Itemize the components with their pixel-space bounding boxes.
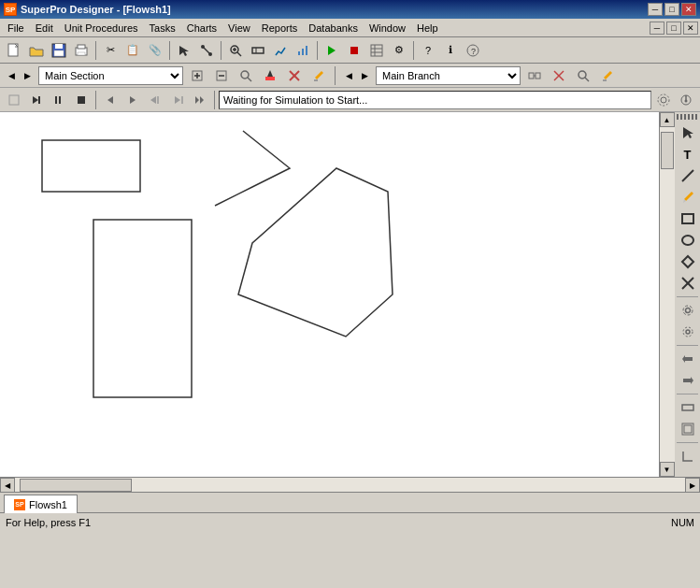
info-button[interactable]: ℹ — [440, 40, 461, 61]
section-next-button[interactable]: ▶ — [20, 67, 35, 84]
horizontal-scrollbar: ◀ ▶ — [0, 477, 700, 492]
sim-fwd-button[interactable] — [122, 90, 143, 110]
svg-rect-18 — [302, 49, 304, 55]
svg-rect-49 — [603, 79, 607, 81]
properties-button[interactable]: ⚙ — [389, 40, 409, 61]
zoom-in-button[interactable] — [225, 40, 246, 61]
section-pencil-button[interactable] — [308, 65, 329, 86]
sim-options-button[interactable] — [676, 90, 696, 110]
sim-fwd2-button[interactable] — [167, 90, 188, 110]
svg-marker-63 — [200, 96, 204, 104]
sim-step-button[interactable] — [26, 90, 47, 110]
gear-tool2[interactable] — [678, 322, 698, 342]
svg-point-64 — [661, 97, 666, 103]
canvas-area[interactable] — [0, 112, 659, 477]
menu-help[interactable]: Help — [411, 21, 444, 36]
copy-button[interactable]: 📋 — [122, 40, 143, 61]
scroll-right-button[interactable]: ▶ — [685, 478, 700, 493]
menu-file[interactable]: File — [2, 21, 30, 36]
new-button[interactable] — [4, 40, 24, 61]
ellipse-tool[interactable] — [678, 230, 698, 251]
branch-remove-button[interactable] — [549, 65, 569, 86]
close-button[interactable]: ✕ — [681, 3, 696, 16]
box-tool2[interactable] — [678, 419, 698, 439]
save-button[interactable] — [49, 40, 69, 61]
vertical-scrollbar: ▲ ▼ — [659, 112, 674, 477]
connect-button[interactable] — [196, 40, 217, 61]
section-remove-button[interactable] — [211, 65, 232, 86]
open-button[interactable] — [26, 40, 47, 61]
menu-view[interactable]: View — [222, 21, 256, 36]
menu-reports[interactable]: Reports — [256, 21, 304, 36]
branch-search-button[interactable] — [573, 65, 593, 86]
menu-tasks[interactable]: Tasks — [144, 21, 181, 36]
menu-window[interactable]: Window — [364, 21, 411, 36]
h-scroll-thumb[interactable] — [20, 479, 132, 492]
scroll-down-button[interactable]: ▼ — [660, 462, 675, 477]
section-add-button[interactable] — [187, 65, 207, 86]
tables-button[interactable] — [366, 40, 387, 61]
corner-tool[interactable] — [678, 446, 698, 466]
minimize-button[interactable]: ─ — [648, 3, 663, 16]
stop-button[interactable] — [344, 40, 364, 61]
inner-restore-button[interactable]: □ — [666, 22, 681, 35]
menu-databanks[interactable]: Databanks — [303, 21, 364, 36]
svg-marker-78 — [682, 256, 693, 267]
right-arrow-tool[interactable] — [678, 370, 698, 391]
about-button[interactable]: ? — [463, 40, 483, 61]
sim-reset-button[interactable] — [190, 90, 210, 110]
bar-chart-button[interactable] — [293, 40, 313, 61]
branch-next-button[interactable]: ▶ — [357, 67, 372, 84]
sim-separator1 — [95, 91, 96, 109]
svg-rect-41 — [529, 73, 534, 79]
section-delete-button[interactable] — [284, 65, 305, 86]
rect-tool[interactable] — [678, 208, 698, 229]
scroll-up-button[interactable]: ▲ — [660, 112, 675, 127]
section-prev-button[interactable]: ◀ — [4, 67, 19, 84]
line-tool[interactable] — [678, 165, 698, 186]
sim-back-button[interactable] — [100, 90, 121, 110]
scroll-left-button[interactable]: ◀ — [0, 478, 15, 493]
branch-prev-button[interactable]: ◀ — [341, 67, 356, 84]
left-arrow-tool[interactable] — [678, 349, 698, 369]
restore-button[interactable]: □ — [664, 3, 679, 16]
sim-stop-button[interactable] — [71, 90, 92, 110]
sim-back2-button[interactable] — [145, 90, 165, 110]
branch-pencil-button[interactable] — [597, 65, 618, 86]
sim-settings-button[interactable] — [653, 90, 674, 110]
graph-button[interactable] — [270, 40, 291, 61]
arrow-tool[interactable] — [678, 122, 698, 143]
sim-play-button[interactable] — [4, 90, 24, 110]
section-color-button[interactable] — [260, 65, 280, 86]
print-button[interactable] — [71, 40, 92, 61]
text-tool[interactable]: T — [678, 144, 698, 165]
section-dropdown[interactable]: Main Section — [38, 66, 183, 85]
paste-button[interactable]: 📎 — [145, 40, 165, 61]
select-arrow[interactable] — [174, 40, 194, 61]
pencil-tool[interactable] — [678, 187, 698, 208]
inner-minimize-button[interactable]: ─ — [650, 22, 664, 35]
sim-pause-button[interactable] — [49, 90, 69, 110]
menu-edit[interactable]: Edit — [30, 21, 59, 36]
help-button[interactable]: ? — [418, 40, 438, 61]
menu-unit-procedures[interactable]: Unit Procedures — [59, 21, 144, 36]
menu-charts[interactable]: Charts — [181, 21, 222, 36]
cut-button[interactable]: ✂ — [100, 40, 121, 61]
scroll-track[interactable] — [660, 127, 675, 462]
inner-close-button[interactable]: ✕ — [683, 22, 698, 35]
section-search-button[interactable] — [236, 65, 256, 86]
h-scroll-track[interactable] — [15, 478, 685, 492]
right-toolbar: T — [674, 112, 700, 477]
cross-tool[interactable] — [678, 273, 698, 294]
svg-rect-42 — [536, 73, 540, 79]
box-tool1[interactable] — [678, 397, 698, 418]
gear-tool1[interactable] — [678, 300, 698, 321]
scroll-thumb[interactable] — [661, 132, 674, 169]
branch-dropdown[interactable]: Main Branch — [376, 66, 521, 85]
tab-flowsh1[interactable]: SP Flowsh1 — [4, 495, 78, 513]
run-simulation-button[interactable] — [321, 40, 342, 61]
diamond-tool[interactable] — [678, 251, 698, 272]
stream-button[interactable] — [248, 40, 268, 61]
branch-add-button[interactable] — [524, 65, 545, 86]
svg-point-83 — [686, 330, 690, 334]
